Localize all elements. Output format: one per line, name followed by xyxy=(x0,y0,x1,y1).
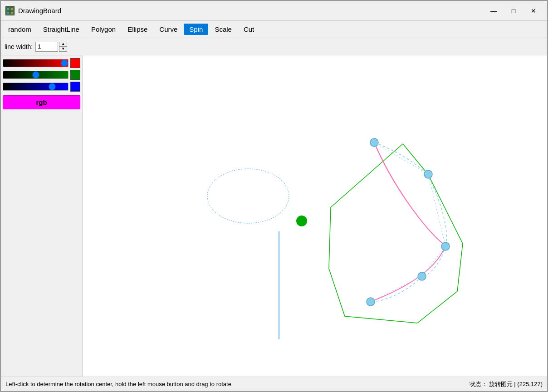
svg-rect-0 xyxy=(7,8,10,10)
window-controls: — □ ✕ xyxy=(484,5,543,17)
close-button[interactable]: ✕ xyxy=(524,5,543,17)
menu-item-polygon[interactable]: Polygon xyxy=(86,24,121,35)
menu-item-straightline[interactable]: StraightLine xyxy=(38,24,85,35)
red-slider[interactable] xyxy=(3,59,68,67)
main-area: rgb xyxy=(1,55,547,377)
svg-rect-2 xyxy=(7,11,10,14)
blue-slider-row xyxy=(3,82,80,92)
menu-item-curve[interactable]: Curve xyxy=(154,24,183,35)
minimize-button[interactable]: — xyxy=(484,5,503,17)
menu-item-scale[interactable]: Scale xyxy=(209,24,237,35)
svg-rect-1 xyxy=(10,8,13,10)
spin-down-button[interactable]: ▼ xyxy=(59,47,67,52)
menu-bar: random StraightLine Polygon Ellipse Curv… xyxy=(1,21,547,38)
svg-rect-3 xyxy=(10,11,13,14)
title-bar: DrawingBoard — □ ✕ xyxy=(1,1,547,21)
main-window: DrawingBoard — □ ✕ random StraightLine P… xyxy=(0,0,548,392)
green-slider[interactable] xyxy=(3,71,68,79)
status-right-text: 状态： 旋转图元 | (225,127) xyxy=(470,380,543,388)
toolbar: line width: ▲ ▼ xyxy=(1,38,547,55)
status-left-text: Left-click to determine the rotation cen… xyxy=(5,381,470,387)
blue-swatch[interactable] xyxy=(70,82,80,92)
spin-up-button[interactable]: ▲ xyxy=(59,42,67,47)
blue-slider[interactable] xyxy=(3,83,68,91)
line-width-spinner: ▲ ▼ xyxy=(59,42,67,52)
green-slider-row xyxy=(3,70,80,80)
canvas-area[interactable] xyxy=(83,55,547,377)
line-width-label: line width: xyxy=(5,43,33,50)
menu-item-cut[interactable]: Cut xyxy=(238,24,259,35)
drawing-canvas[interactable] xyxy=(83,55,547,377)
green-swatch[interactable] xyxy=(70,70,80,80)
window-title: DrawingBoard xyxy=(18,7,484,15)
menu-item-random[interactable]: random xyxy=(3,24,37,35)
line-width-input[interactable] xyxy=(35,42,58,52)
maximize-button[interactable]: □ xyxy=(504,5,523,17)
status-bar: Left-click to determine the rotation cen… xyxy=(1,377,547,391)
red-swatch[interactable] xyxy=(70,58,80,68)
menu-item-spin[interactable]: Spin xyxy=(184,24,208,35)
app-icon xyxy=(5,6,15,15)
menu-item-ellipse[interactable]: Ellipse xyxy=(122,24,153,35)
left-panel: rgb xyxy=(1,55,83,377)
rgb-button[interactable]: rgb xyxy=(3,95,80,109)
red-slider-row xyxy=(3,58,80,68)
